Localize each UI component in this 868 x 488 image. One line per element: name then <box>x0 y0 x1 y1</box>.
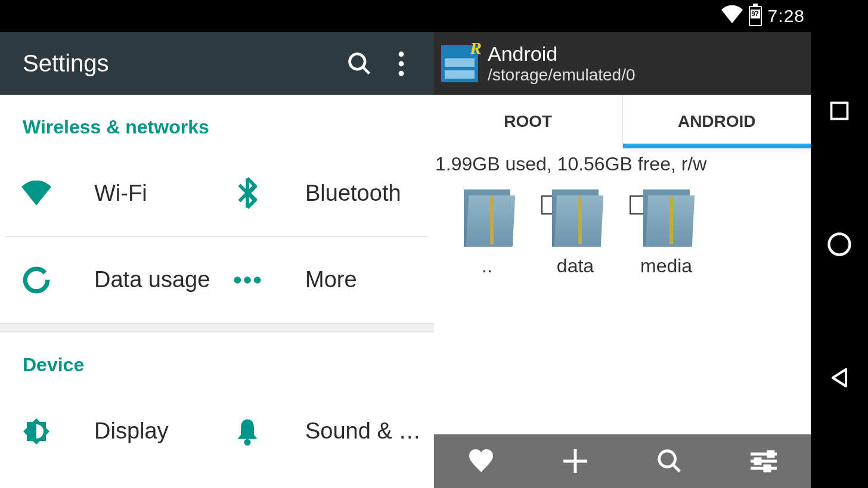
battery-percent: 97 <box>751 10 760 18</box>
more-horiz-icon <box>231 264 264 296</box>
folder-grid: .. data media <box>434 179 811 288</box>
item-label: Sound & notification <box>305 418 428 444</box>
svg-point-8 <box>254 276 261 284</box>
svg-point-6 <box>234 276 241 284</box>
svg-rect-17 <box>768 452 773 456</box>
svg-point-4 <box>399 70 404 76</box>
svg-point-2 <box>399 51 404 57</box>
system-nav-bar <box>811 0 868 488</box>
explorer-tabs: ROOT ANDROID <box>434 95 811 148</box>
section-device-label: Device <box>0 332 434 388</box>
folder-label: media <box>640 255 692 277</box>
storage-status: 1.99GB used, 10.56GB free, r/w <box>434 148 811 179</box>
item-wifi[interactable]: Wi-Fi <box>6 150 217 237</box>
tab-label: ROOT <box>504 112 552 131</box>
item-data-usage[interactable]: Data usage <box>6 237 217 323</box>
item-label: Data usage <box>94 267 210 293</box>
svg-point-12 <box>659 451 675 467</box>
tab-root[interactable]: ROOT <box>434 95 623 148</box>
explorer-bottom-bar <box>434 434 811 488</box>
add-button[interactable] <box>528 434 622 488</box>
settings-app: Settings Wireless & networks Wi-Fi Bluet… <box>0 32 434 488</box>
item-display[interactable]: Display <box>6 388 217 474</box>
svg-line-1 <box>363 67 370 73</box>
svg-point-9 <box>244 439 251 445</box>
search-icon[interactable] <box>339 43 380 85</box>
explorer-title: Android <box>488 42 636 66</box>
folder-up[interactable]: .. <box>464 189 510 277</box>
favorite-button[interactable] <box>434 434 528 488</box>
folder-icon <box>552 189 599 247</box>
item-bluetooth[interactable]: Bluetooth <box>217 150 428 237</box>
root-explorer-app: R Android /storage/emulated/0 ROOT ANDRO… <box>434 32 811 488</box>
svg-point-3 <box>399 61 404 66</box>
bell-icon <box>231 415 264 447</box>
filter-button[interactable] <box>717 434 811 488</box>
item-label: Wi-Fi <box>94 181 147 206</box>
item-sound[interactable]: Sound & notification <box>217 388 428 474</box>
recent-apps-button[interactable] <box>826 98 852 124</box>
tab-android[interactable]: ANDROID <box>623 95 811 148</box>
section-divider <box>0 323 434 332</box>
folder-label: .. <box>482 255 492 277</box>
more-vert-icon[interactable] <box>380 43 422 85</box>
folder-icon <box>464 189 510 247</box>
folder-data[interactable]: data <box>552 189 599 277</box>
folder-media[interactable]: media <box>640 189 692 277</box>
svg-line-13 <box>673 465 680 472</box>
status-time: 7:28 <box>768 6 805 26</box>
svg-point-21 <box>829 234 850 254</box>
folder-label: data <box>557 255 594 277</box>
item-label: Display <box>94 418 169 444</box>
svg-rect-18 <box>755 459 760 464</box>
item-more[interactable]: More <box>217 237 428 323</box>
bluetooth-icon <box>231 177 264 209</box>
wifi-icon <box>20 177 52 209</box>
explorer-path: /storage/emulated/0 <box>488 66 636 85</box>
data-usage-icon <box>20 264 52 296</box>
settings-header: Settings <box>0 32 434 95</box>
tab-label: ANDROID <box>678 112 756 131</box>
section-wireless-label: Wireless & networks <box>0 95 434 150</box>
settings-title: Settings <box>23 50 339 77</box>
item-label: More <box>305 267 357 293</box>
search-button[interactable] <box>622 434 717 488</box>
brightness-icon <box>20 415 52 447</box>
explorer-header: R Android /storage/emulated/0 <box>434 32 811 95</box>
status-bar: 97 7:28 <box>0 0 811 32</box>
wifi-icon <box>721 5 743 27</box>
back-button[interactable] <box>826 365 852 391</box>
svg-rect-20 <box>832 102 848 119</box>
item-label: Bluetooth <box>305 181 401 206</box>
svg-point-0 <box>350 54 365 69</box>
battery-icon: 97 <box>749 6 762 26</box>
svg-point-7 <box>244 276 251 284</box>
root-explorer-logo-icon: R <box>441 45 478 82</box>
home-button[interactable] <box>826 231 852 257</box>
svg-rect-19 <box>765 466 770 471</box>
svg-point-5 <box>25 269 48 291</box>
folder-icon <box>643 189 690 247</box>
